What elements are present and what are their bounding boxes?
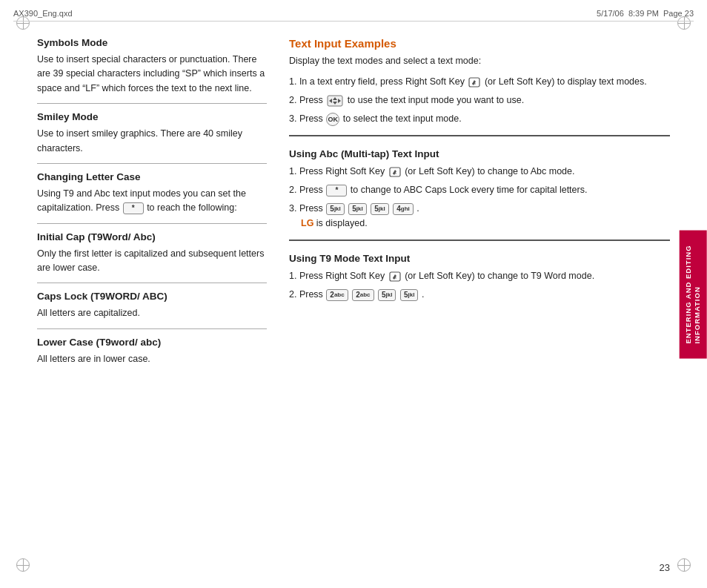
initial-cap-heading: Initial Cap (T9Word/ Abc) — [37, 231, 267, 242]
divider-4 — [37, 283, 267, 283]
symbols-mode-text: Use to insert special characters or punc… — [37, 53, 267, 96]
symbols-mode-heading: Symbols Mode — [37, 37, 267, 48]
main-step-1: 1. In a text entry field, press Right So… — [289, 74, 670, 89]
key-5jkl-3: 5jkl — [371, 203, 388, 215]
section-initial-cap: Initial Cap (T9Word/ Abc) Only the first… — [37, 231, 267, 276]
nav-key-icon-1 — [327, 95, 343, 107]
divider-1 — [37, 103, 267, 104]
right-divider-2 — [289, 240, 670, 241]
abc-multi-tap-heading: Using Abc (Multi-tap) Text Input — [289, 148, 670, 159]
smiley-mode-text: Use to insert smiley graphics. There are… — [37, 127, 267, 156]
t9-mode-heading: Using T9 Mode Text Input — [289, 253, 670, 264]
abc-step-3: 3. Press 5jkl 5jkl 5jkl 4ghi . LG is dis… — [289, 201, 670, 231]
section-lower-case: Lower Case (T9word/ abc) All letters are… — [37, 337, 267, 366]
key-5jkl-1: 5jkl — [326, 203, 344, 215]
t9-step-1: 1. Press Right Soft Key (or Left Soft Ke… — [289, 268, 670, 283]
key-5jkl-t9: 5jkl — [378, 289, 396, 301]
section-caps-lock: Caps Lock (T9WORD/ ABC) All letters are … — [37, 291, 267, 320]
main-content: Symbols Mode Use to insert special chara… — [37, 37, 670, 558]
main-step-3: 3. Press OK to select the text input mod… — [289, 111, 670, 126]
t9-step-2: 2. Press 2abc 2abc 5jkl 5jkl . — [289, 287, 670, 302]
right-column: Text Input Examples Display the text mod… — [289, 37, 670, 558]
lower-case-text: All letters are in lower case. — [37, 352, 267, 366]
key-2abc-1: 2abc — [326, 289, 348, 301]
key-2abc-2: 2abc — [352, 289, 374, 301]
divider-2 — [37, 163, 267, 164]
header-datetime: 5/17/06 8:39 PM Page 23 — [597, 9, 694, 18]
key-5jkl-t9-2: 5jkl — [400, 289, 418, 301]
right-soft-key-icon-3 — [389, 271, 401, 282]
ok-key-btn-1: OK — [326, 113, 339, 126]
smiley-mode-heading: Smiley Mode — [37, 111, 267, 122]
divider-5 — [37, 328, 267, 329]
abc-step-1: 1. Press Right Soft Key (or Left Soft Ke… — [289, 164, 670, 179]
right-soft-key-icon-1 — [468, 77, 480, 87]
caps-lock-heading: Caps Lock (T9WORD/ ABC) — [37, 291, 267, 302]
page-number: 23 — [660, 562, 670, 573]
right-divider-1 — [289, 135, 670, 136]
main-step-2: 2. Press to use the text input mode you … — [289, 93, 670, 108]
star-key-btn-2: *​ — [326, 185, 347, 196]
abc-step-2: 2. Press *​ to change to ABC Caps Lock e… — [289, 182, 670, 197]
header-file: AX390_Eng.qxd — [13, 9, 73, 18]
section-changing-letter-case: Changing Letter Case Using T9 and Abc te… — [37, 171, 267, 216]
right-soft-key-icon-2 — [389, 167, 401, 177]
right-intro: Display the text modes and select a text… — [289, 54, 670, 68]
section-symbols-mode: Symbols Mode Use to insert special chara… — [37, 37, 267, 96]
side-tab: ENTERING AND EDITINGINFORMATION — [680, 230, 707, 358]
changing-letter-case-heading: Changing Letter Case — [37, 171, 267, 182]
key-5jkl-2: 5jkl — [348, 203, 366, 215]
left-column: Symbols Mode Use to insert special chara… — [37, 37, 267, 558]
section-smiley-mode: Smiley Mode Use to insert smiley graphic… — [37, 111, 267, 156]
initial-cap-text: Only the first letter is capitalized and… — [37, 247, 267, 276]
right-title: Text Input Examples — [289, 37, 670, 50]
key-4ghi: 4ghi — [393, 203, 414, 215]
divider-3 — [37, 223, 267, 224]
lower-case-heading: Lower Case (T9word/ abc) — [37, 337, 267, 348]
lg-text: LG — [301, 218, 313, 228]
header-bar: AX390_Eng.qxd 5/17/06 8:39 PM Page 23 — [13, 9, 694, 22]
caps-lock-text: All letters are capitalized. — [37, 306, 267, 320]
crosshair-bottom-left — [16, 558, 30, 572]
crosshair-bottom-right — [677, 558, 691, 572]
changing-letter-case-text: Using T9 and Abc text input modes you ca… — [37, 187, 267, 216]
star-key-btn: *​ — [123, 202, 144, 214]
